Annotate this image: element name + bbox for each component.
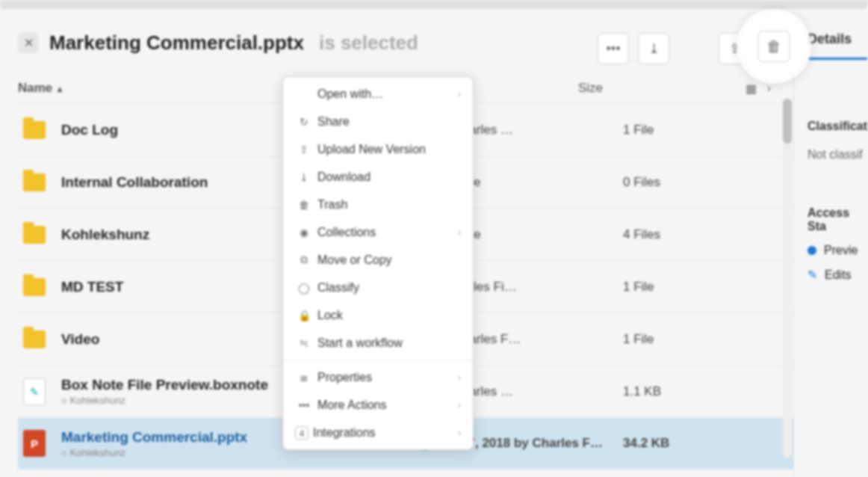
chevron-right-icon: › xyxy=(458,89,461,99)
more-actions-button[interactable]: ••• xyxy=(598,33,629,64)
menu-item-label: Trash xyxy=(317,198,461,212)
menu-item-share[interactable]: ↻Share xyxy=(283,108,473,135)
file-size: 1 File xyxy=(623,280,735,295)
scrollbar[interactable] xyxy=(783,99,792,458)
menu-item-label: Properties xyxy=(317,371,458,384)
menu-separator xyxy=(283,360,473,360)
menu-item-icon: ≒ xyxy=(295,337,313,349)
download-icon: ⤓ xyxy=(648,40,660,57)
chevron-right-icon: › xyxy=(458,372,461,383)
file-size: 34.2 KB xyxy=(623,436,735,451)
sort-asc-icon: ▴ xyxy=(58,84,62,94)
menu-item-icon: ⧉ xyxy=(295,253,313,266)
details-pane: Details Classificati Not classif Access … xyxy=(793,16,868,477)
menu-item-label: Classify xyxy=(317,281,461,295)
top-placeholder xyxy=(0,0,868,9)
menu-item-icon: 🔒 xyxy=(295,310,313,321)
menu-item-label: Share xyxy=(317,115,461,129)
file-size: 1 File xyxy=(623,332,735,347)
menu-item-integrations[interactable]: 4Integrations› xyxy=(283,419,473,446)
menu-item-icon: ⤓ xyxy=(295,171,313,183)
collapse-sidebar-icon[interactable]: › xyxy=(767,81,771,96)
menu-item-trash[interactable]: 🗑Trash xyxy=(283,191,473,218)
selection-filename: Marketing Commercial.pptx xyxy=(49,31,304,55)
menu-item-more-actions[interactable]: •••More Actions› xyxy=(283,391,473,419)
file-size: 0 Files xyxy=(623,175,735,190)
ellipsis-icon: ••• xyxy=(607,41,621,57)
upload-icon: ⇪ xyxy=(729,40,740,57)
grid-view-icon[interactable]: ▦ xyxy=(745,81,757,96)
menu-item-label: Upload New Version xyxy=(317,143,461,156)
tab-underline xyxy=(807,58,867,60)
menu-item-icon: 4 xyxy=(295,426,309,440)
menu-item-move-or-copy[interactable]: ⧉Move or Copy xyxy=(283,246,473,274)
highlight-spotlight: 🗑 xyxy=(741,13,807,79)
menu-item-properties[interactable]: ≣Properties› xyxy=(283,363,473,391)
file-size: 1.1 KB xyxy=(623,384,735,399)
folder-icon xyxy=(23,121,46,139)
menu-item-label: Lock xyxy=(317,309,461,322)
menu-item-label: Open with… xyxy=(317,87,458,101)
menu-item-icon: 🗑 xyxy=(295,199,313,211)
boxnote-icon: ✎ xyxy=(23,378,46,405)
files-pane: ✕ Marketing Commercial.pptx is selected … xyxy=(0,16,793,477)
menu-item-label: Collections xyxy=(317,226,458,239)
tab-details[interactable]: Details xyxy=(807,31,868,47)
menu-item-classify[interactable]: ◯Classify xyxy=(283,274,473,301)
preview-stat[interactable]: Previe xyxy=(807,244,868,257)
trash-button[interactable]: 🗑 xyxy=(758,31,790,62)
menu-item-label: Download xyxy=(317,170,461,184)
powerpoint-icon: P xyxy=(23,430,46,457)
menu-item-icon: ≣ xyxy=(295,372,313,384)
menu-item-label: Start a workflow xyxy=(317,336,461,350)
menu-item-start-a-workflow[interactable]: ≒Start a workflow xyxy=(283,329,473,357)
classification-value: Not classif xyxy=(807,148,868,161)
trash-icon: 🗑 xyxy=(766,38,781,55)
menu-item-label: Move or Copy xyxy=(317,253,461,267)
folder-icon xyxy=(23,278,46,296)
access-stats-label: Access Sta xyxy=(807,206,868,233)
menu-item-icon: ◉ xyxy=(295,227,313,238)
menu-item-icon: ••• xyxy=(295,399,313,411)
close-icon: ✕ xyxy=(24,36,34,50)
chevron-right-icon: › xyxy=(458,400,461,410)
selection-suffix: is selected xyxy=(319,31,418,55)
menu-item-download[interactable]: ⤓Download xyxy=(283,163,473,191)
chevron-right-icon: › xyxy=(458,227,461,238)
menu-item-icon: ↻ xyxy=(295,116,313,128)
menu-item-label: More Actions xyxy=(317,398,458,412)
scrollbar-thumb[interactable] xyxy=(783,99,792,144)
context-menu: Open with…›↻Share⇪Upload New Version⤓Dow… xyxy=(282,76,474,450)
menu-item-icon: ◯ xyxy=(295,282,313,294)
column-size[interactable]: Size xyxy=(578,81,668,96)
menu-item-upload-new-version[interactable]: ⇪Upload New Version xyxy=(283,135,473,163)
file-size: 1 File xyxy=(623,123,735,138)
edits-stat[interactable]: ✎ Edits xyxy=(807,268,868,282)
file-size: 4 Files xyxy=(623,227,735,242)
folder-icon xyxy=(23,330,46,348)
download-button[interactable]: ⤓ xyxy=(638,33,669,64)
menu-item-icon: ⇪ xyxy=(295,144,313,156)
menu-item-collections[interactable]: ◉Collections› xyxy=(283,218,473,246)
eye-icon xyxy=(807,246,816,255)
folder-icon xyxy=(23,173,46,191)
chevron-right-icon: › xyxy=(458,428,461,438)
menu-item-label: Integrations xyxy=(313,426,458,440)
menu-item-open-with[interactable]: Open with…› xyxy=(283,80,473,108)
clear-selection-button[interactable]: ✕ xyxy=(18,32,39,53)
folder-icon xyxy=(23,226,46,244)
classification-label: Classificati xyxy=(807,120,868,133)
pencil-icon: ✎ xyxy=(807,268,817,282)
menu-item-lock[interactable]: 🔒Lock xyxy=(283,301,473,329)
